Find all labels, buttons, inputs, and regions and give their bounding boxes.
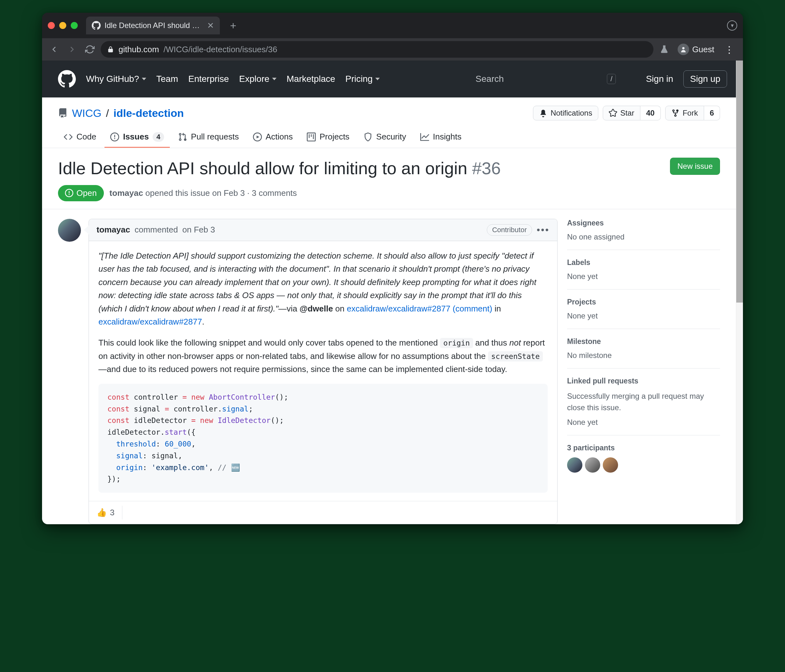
close-tab-icon[interactable]: ✕ [207, 21, 214, 31]
fork-icon [671, 109, 680, 117]
project-icon [307, 133, 316, 141]
tab-pulls[interactable]: Pull requests [172, 127, 244, 148]
sidebar-milestone[interactable]: Milestone No milestone [567, 337, 720, 369]
labs-icon[interactable] [657, 42, 671, 56]
search-input[interactable]: Search [475, 74, 504, 84]
discussion-layout: tomayac commented on Feb 3 Contributor •… [42, 209, 736, 525]
browser-window: Idle Detection API should allow ✕ + ▾ gi… [42, 13, 743, 524]
star-group: Star 40 [603, 106, 661, 120]
comment-menu-button[interactable]: ••• [536, 225, 550, 235]
nav-team[interactable]: Team [156, 74, 178, 84]
scrollbar-thumb[interactable] [736, 61, 743, 303]
nav-marketplace[interactable]: Marketplace [287, 74, 335, 84]
tab-code[interactable]: Code [58, 127, 102, 148]
comment-author[interactable]: tomayac [97, 225, 130, 235]
new-issue-button[interactable]: New issue [670, 158, 720, 175]
scrollbar[interactable] [736, 61, 743, 524]
avatar[interactable] [58, 219, 81, 242]
maximize-window-button[interactable] [71, 22, 78, 29]
repo-tabs: Code Issues4 Pull requests Actions Proje… [42, 120, 736, 148]
page-content: WICG / idle-detection Notifications Star… [42, 97, 743, 524]
close-window-button[interactable] [48, 22, 55, 29]
reload-button[interactable] [83, 42, 97, 56]
tab-bar: Idle Detection API should allow ✕ + ▾ [42, 13, 743, 38]
url-host: github.com [119, 45, 159, 55]
comment-date[interactable]: on Feb 3 [182, 225, 215, 235]
back-button[interactable] [47, 42, 61, 56]
github-logo-icon[interactable] [58, 70, 76, 88]
chevron-down-icon [272, 78, 277, 80]
notifications-button[interactable]: Notifications [533, 106, 598, 120]
svg-point-0 [682, 47, 684, 49]
issue-icon [110, 133, 119, 141]
forward-button[interactable] [65, 42, 79, 56]
browser-menu-button[interactable]: ⋮ [721, 44, 738, 55]
thumbs-up-icon: 👍 [97, 508, 107, 517]
sidebar-projects[interactable]: Projects None yet [567, 298, 720, 329]
search-shortcut-badge: / [607, 74, 616, 84]
sidebar-assignees[interactable]: Assignees No one assigned [567, 219, 720, 250]
code-origin: origin [440, 338, 473, 348]
incognito-icon[interactable]: ▾ [727, 20, 737, 31]
github-header: Why GitHub? Team Enterprise Explore Mark… [42, 61, 743, 97]
play-icon [253, 133, 262, 141]
minimize-window-button[interactable] [59, 22, 66, 29]
participant-avatar[interactable] [567, 457, 582, 473]
comment-body: "[The Idle Detection API] should support… [89, 241, 557, 501]
mention[interactable]: @dwelle [299, 304, 333, 313]
star-count[interactable]: 40 [640, 106, 661, 120]
url-path: /WICG/idle-detection/issues/36 [163, 45, 277, 55]
lock-icon [107, 46, 114, 53]
link-issue[interactable]: excalidraw/excalidraw#2877 [99, 317, 202, 327]
tab-title: Idle Detection API should allow [105, 21, 203, 30]
fork-button[interactable]: Fork [665, 106, 704, 120]
breadcrumb-owner[interactable]: WICG [72, 107, 102, 119]
repo-icon [58, 108, 67, 118]
browser-tab[interactable]: Idle Detection API should allow ✕ [86, 17, 220, 34]
fork-count[interactable]: 6 [704, 106, 720, 120]
tab-insights[interactable]: Insights [414, 127, 468, 148]
sidebar-participants: 3 participants [567, 444, 720, 481]
comment: tomayac commented on Feb 3 Contributor •… [58, 219, 558, 525]
thumbs-up-reaction[interactable]: 👍 3 [89, 506, 122, 519]
signup-button[interactable]: Sign up [683, 70, 727, 88]
participant-avatar[interactable] [603, 457, 618, 473]
breadcrumb-repo[interactable]: idle-detection [113, 107, 184, 119]
tab-projects[interactable]: Projects [301, 127, 355, 148]
nav-enterprise[interactable]: Enterprise [188, 74, 229, 84]
participant-avatar[interactable] [585, 457, 600, 473]
nav-pricing[interactable]: Pricing [346, 74, 380, 84]
profile-button[interactable]: Guest [678, 44, 714, 55]
contributor-badge: Contributor [487, 224, 532, 236]
new-tab-button[interactable]: + [230, 19, 236, 32]
comment-header: tomayac commented on Feb 3 Contributor •… [89, 219, 557, 241]
signin-link[interactable]: Sign in [646, 74, 673, 84]
graph-icon [420, 133, 429, 141]
sidebar-linked-prs[interactable]: Linked pull requests Successfully mergin… [567, 377, 720, 435]
shield-icon [363, 133, 372, 141]
chevron-down-icon [375, 78, 380, 80]
nav-why-github[interactable]: Why GitHub? [86, 74, 146, 84]
tab-issues[interactable]: Issues4 [105, 127, 170, 148]
reaction-count: 3 [110, 508, 114, 517]
address-bar[interactable]: github.com/WICG/idle-detection/issues/36 [101, 41, 654, 58]
browser-toolbar: github.com/WICG/idle-detection/issues/36… [42, 38, 743, 61]
state-badge: Open [58, 185, 104, 201]
link-comment[interactable]: excalidraw/excalidraw#2877 (comment) [347, 304, 492, 313]
tab-security[interactable]: Security [358, 127, 412, 148]
sidebar-labels[interactable]: Labels None yet [567, 258, 720, 289]
issue-author[interactable]: tomayac [109, 188, 143, 198]
chevron-down-icon [142, 78, 146, 80]
tab-actions[interactable]: Actions [247, 127, 299, 148]
github-favicon-icon [92, 21, 101, 30]
star-button[interactable]: Star [603, 106, 640, 120]
nav-explore[interactable]: Explore [239, 74, 277, 84]
issue-header: Idle Detection API should allow for limi… [42, 148, 736, 185]
reactions-bar: 👍 3 [89, 501, 557, 524]
issue-sidebar: Assignees No one assigned Labels None ye… [567, 219, 720, 489]
timeline: tomayac commented on Feb 3 Contributor •… [58, 219, 558, 525]
comment-box: tomayac commented on Feb 3 Contributor •… [89, 219, 558, 525]
issues-count: 4 [153, 132, 164, 142]
issue-open-icon [65, 189, 73, 197]
bell-icon [539, 109, 547, 117]
